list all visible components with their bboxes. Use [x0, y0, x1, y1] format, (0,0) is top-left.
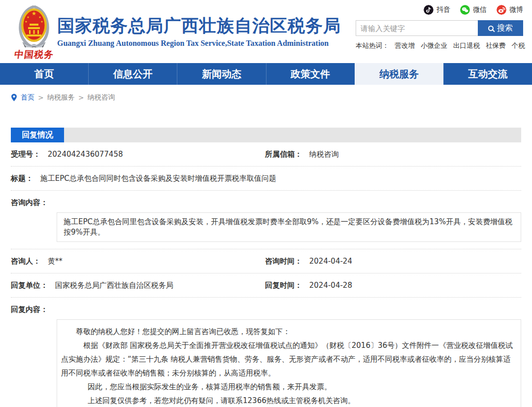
site-title: 国家税务总局广西壮族自治区税务局 — [57, 16, 341, 35]
douyin-link[interactable]: 抖音 — [424, 5, 450, 15]
tab-strip: 回复情况 — [11, 128, 521, 142]
mailbox-label: 所属信箱： — [265, 150, 302, 159]
row-replyunit-time: 回复单位： 国家税务总局广西壮族自治区税务局 回复时间： 2024-04-28 — [11, 273, 521, 298]
reply-paragraph: 根据《财政部 国家税务总局关于全面推开营业税改征增值税试点的通知》（财税〔201… — [61, 339, 517, 380]
reply-paragraph: 因此，您应当根据实际发生的业务，核算适用税率的销售额，来开具发票。 — [61, 380, 517, 394]
douyin-icon — [424, 5, 433, 15]
search-button-label: 搜索 — [497, 23, 513, 34]
reply-time-field: 回复时间： 2024-04-28 — [265, 281, 521, 290]
reply-detail-panel: 回复情况 受理号： 2024042436077458 所属信箱： 纳税咨询 标题… — [11, 128, 521, 407]
row-question: 咨询内容： 施工EPC总承包合同里包含设备采购及安装，开具增值税发票时费率全部取… — [11, 191, 521, 249]
reply-unit-label: 回复单位： — [11, 281, 48, 290]
wechat-icon — [460, 5, 470, 15]
nav-item-info-disclosure[interactable]: 信息公开 — [88, 63, 177, 85]
row-title: 标题： 施工EPC总承包合同同时包含设备采购及安装时增值税开票税率取值问题 — [11, 167, 521, 191]
location-pin-icon — [11, 94, 17, 102]
hotword-link[interactable]: 社保费 — [486, 41, 506, 50]
breadcrumb: 首页 > 纳税服务 > 纳税咨询 — [11, 85, 521, 102]
weibo-link[interactable]: 微博 — [497, 5, 523, 15]
consult-time-label: 咨询时间： — [265, 257, 302, 266]
consult-time-field: 咨询时间： 2024-04-24 — [265, 257, 521, 266]
hotword-link[interactable]: 小微企业 — [421, 41, 447, 50]
accept-no-label: 受理号： — [11, 150, 40, 159]
reply-paragraph: 上述回复仅供参考，若您对此仍有疑问，请联系12366热线或主管税务机关咨询。 — [61, 394, 517, 407]
wechat-label: 微信 — [473, 5, 487, 14]
search-input[interactable] — [356, 20, 478, 36]
weibo-label: 微博 — [509, 5, 523, 14]
title-block: 国家税务总局广西壮族自治区税务局 Guangxi Zhuang Autonomo… — [57, 16, 341, 48]
svg-text:★: ★ — [38, 15, 41, 19]
svg-text:★: ★ — [32, 10, 36, 17]
svg-text:★: ★ — [25, 20, 27, 23]
weibo-icon — [497, 5, 506, 15]
accept-no-value: 2024042436077458 — [48, 150, 123, 159]
row-consultant-time: 咨询人： 黄** 咨询时间： 2024-04-24 — [11, 249, 521, 273]
mailbox-field: 所属信箱： 纳税咨询 — [265, 150, 521, 159]
nav-item-news[interactable]: 新闻动态 — [177, 63, 266, 85]
reply-unit-field: 回复单位： 国家税务总局广西壮族自治区税务局 — [11, 281, 265, 290]
consultant-value: 黄** — [48, 257, 63, 266]
accept-no-field: 受理号： 2024042436077458 — [11, 150, 265, 159]
hotword-link[interactable]: 出口退税 — [453, 41, 480, 50]
social-links: 抖音 微信 微博 — [356, 4, 523, 16]
reply-content: 尊敬的纳税人您好！您提交的网上留言咨询已收悉，现答复如下： 根据《财政部 国家税… — [57, 319, 521, 407]
row-acceptno-mailbox: 受理号： 2024042436077458 所属信箱： 纳税咨询 — [11, 142, 521, 167]
mailbox-value: 纳税咨询 — [309, 150, 339, 159]
logo-caption: 中国税务 — [12, 48, 56, 61]
hotwords-label: 本站热词： — [356, 41, 389, 50]
douyin-label: 抖音 — [436, 5, 450, 14]
nav-item-policy[interactable]: 政策文件 — [266, 63, 355, 85]
consult-time-value: 2024-04-24 — [309, 257, 352, 266]
main-nav: 首页 信息公开 新闻动态 政策文件 纳税服务 互动交流 — [0, 63, 532, 85]
nav-item-home[interactable]: 首页 — [0, 63, 88, 85]
site-logo: ★ ★ ★ ★ ★ 中国税务 — [13, 4, 55, 61]
site-header: ★ ★ ★ ★ ★ 中国税务 国家税务总局广西壮族自治区税务局 Guangxi … — [0, 0, 532, 63]
row-reply-content: 回复内容： 尊敬的纳税人您好！您提交的网上留言咨询已收悉，现答复如下： 根据《财… — [11, 298, 521, 407]
search-button[interactable]: 搜索 — [478, 20, 523, 36]
breadcrumb-separator: > — [78, 94, 84, 102]
breadcrumb-separator: > — [38, 94, 44, 102]
breadcrumb-home[interactable]: 首页 — [21, 93, 34, 102]
hotword-link[interactable]: 个税 — [512, 41, 525, 50]
title-value: 施工EPC总承包合同同时包含设备采购及安装时增值税开票税率取值问题 — [40, 174, 276, 183]
svg-text:★: ★ — [40, 20, 43, 23]
title-label: 标题： — [11, 174, 33, 183]
search-bar: 搜索 — [356, 20, 523, 36]
reply-time-label: 回复时间： — [265, 281, 302, 290]
breadcrumb-tax-service[interactable]: 纳税服务 — [47, 93, 75, 102]
consultant-field: 咨询人： 黄** — [11, 257, 265, 266]
wechat-link[interactable]: 微信 — [460, 5, 487, 15]
reply-content-label: 回复内容： — [11, 305, 48, 314]
breadcrumb-tax-consult[interactable]: 纳税咨询 — [87, 93, 115, 102]
tab-reply-status[interactable]: 回复情况 — [11, 128, 64, 142]
reply-time-value: 2024-04-28 — [309, 281, 352, 290]
hotword-link[interactable]: 营改增 — [395, 41, 415, 50]
site-subtitle: Guangxi Zhuang Autonomous Region Tax Ser… — [57, 39, 341, 48]
reply-paragraph: 尊敬的纳税人您好！您提交的网上留言咨询已收悉，现答复如下： — [61, 325, 517, 339]
search-icon — [488, 26, 494, 31]
question-label: 咨询内容： — [11, 198, 48, 207]
question-content: 施工EPC总承包合同里包含设备采购及安装，开具增值税发票时费率全部取9%，还是一… — [57, 212, 521, 242]
svg-text:★: ★ — [27, 15, 29, 19]
nav-item-interaction[interactable]: 互动交流 — [443, 63, 532, 85]
hotwords-bar: 本站热词： 营改增 小微企业 出口退税 社保费 个税 — [356, 41, 523, 50]
reply-unit-value: 国家税务总局广西壮族自治区税务局 — [55, 281, 173, 290]
consultant-label: 咨询人： — [11, 257, 40, 266]
nav-item-tax-service[interactable]: 纳税服务 — [355, 63, 443, 85]
